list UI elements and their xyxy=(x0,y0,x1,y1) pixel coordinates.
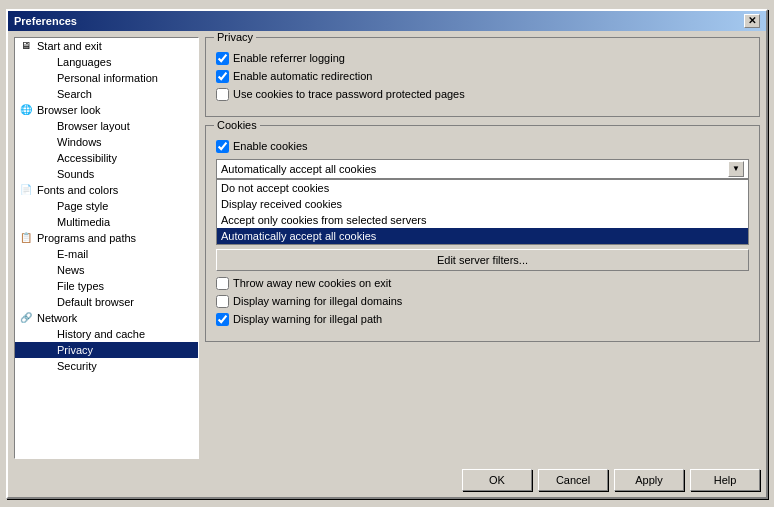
redirect-label: Enable automatic redirection xyxy=(233,70,372,82)
sidebar-item-label: Programs and paths xyxy=(37,232,136,244)
sidebar-item-browser-layout[interactable]: Browser layout xyxy=(15,118,198,134)
window-title: Preferences xyxy=(14,15,77,27)
redirect-checkbox[interactable] xyxy=(216,70,229,83)
warning-path-label: Display warning for illegal path xyxy=(233,313,382,325)
sidebar-item-label: E-mail xyxy=(57,248,88,260)
sidebar-item-label: File types xyxy=(57,280,104,292)
sidebar-item-languages[interactable]: Languages xyxy=(15,54,198,70)
sidebar-item-network[interactable]: 🔗Network xyxy=(15,310,198,326)
throw-away-row: Throw away new cookies on exit xyxy=(216,277,749,290)
sidebar-item-label: Default browser xyxy=(57,296,134,308)
sidebar-item-icon: 🔗 xyxy=(19,312,33,323)
sidebar-item-label: History and cache xyxy=(57,328,145,340)
sidebar-item-label: Privacy xyxy=(57,344,93,356)
sidebar-item-personal-information[interactable]: Personal information xyxy=(15,70,198,86)
use-cookies-row: Use cookies to trace password protected … xyxy=(216,88,749,101)
dropdown-option[interactable]: Accept only cookies from selected server… xyxy=(217,212,748,228)
apply-button[interactable]: Apply xyxy=(614,469,684,491)
sidebar-item-multimedia[interactable]: Multimedia xyxy=(15,214,198,230)
sidebar-item-start-and-exit[interactable]: 🖥Start and exit xyxy=(15,38,198,54)
close-button[interactable]: ✕ xyxy=(744,14,760,28)
sidebar-item-accessibility[interactable]: Accessibility xyxy=(15,150,198,166)
referrer-checkbox[interactable] xyxy=(216,52,229,65)
sidebar-item-label: Security xyxy=(57,360,97,372)
sidebar-item-windows[interactable]: Windows xyxy=(15,134,198,150)
sidebar-item-label: Sounds xyxy=(57,168,94,180)
dropdown-option[interactable]: Automatically accept all cookies xyxy=(217,228,748,244)
sidebar-item-label: Accessibility xyxy=(57,152,117,164)
referrer-label: Enable referrer logging xyxy=(233,52,345,64)
privacy-content: Enable referrer logging Enable automatic… xyxy=(216,52,749,101)
sidebar-item-default-browser[interactable]: Default browser xyxy=(15,294,198,310)
throw-away-checkbox[interactable] xyxy=(216,277,229,290)
help-button[interactable]: Help xyxy=(690,469,760,491)
enable-cookies-row: Enable cookies xyxy=(216,140,749,153)
cancel-button[interactable]: Cancel xyxy=(538,469,608,491)
privacy-group: Privacy Enable referrer logging Enable a… xyxy=(205,37,760,117)
edit-server-button[interactable]: Edit server filters... xyxy=(216,249,749,271)
sidebar-item-label: Page style xyxy=(57,200,108,212)
sidebar-item-label: Personal information xyxy=(57,72,158,84)
sidebar-item-label: Search xyxy=(57,88,92,100)
warning-path-checkbox[interactable] xyxy=(216,313,229,326)
cookies-group: Cookies Enable cookies Automatically acc… xyxy=(205,125,760,342)
cookies-content: Enable cookies Automatically accept all … xyxy=(216,140,749,326)
privacy-group-title: Privacy xyxy=(214,31,256,43)
sidebar-item-fonts-and-colors[interactable]: 📄Fonts and colors xyxy=(15,182,198,198)
use-cookies-label: Use cookies to trace password protected … xyxy=(233,88,465,100)
warning-illegal-checkbox[interactable] xyxy=(216,295,229,308)
sidebar-item-browser-look[interactable]: 🌐Browser look xyxy=(15,102,198,118)
sidebar-item-news[interactable]: News xyxy=(15,262,198,278)
throw-away-label: Throw away new cookies on exit xyxy=(233,277,391,289)
sidebar-item-label: Languages xyxy=(57,56,111,68)
sidebar: 🖥Start and exitLanguagesPersonal informa… xyxy=(14,37,199,459)
preferences-window: Preferences ✕ 🖥Start and exitLanguagesPe… xyxy=(6,9,768,499)
sidebar-item-page-style[interactable]: Page style xyxy=(15,198,198,214)
warning-illegal-row: Display warning for illegal domains xyxy=(216,295,749,308)
sidebar-item-label: Browser layout xyxy=(57,120,130,132)
sidebar-item-search[interactable]: Search xyxy=(15,86,198,102)
title-bar: Preferences ✕ xyxy=(8,11,766,31)
enable-cookies-checkbox[interactable] xyxy=(216,140,229,153)
main-content: 🖥Start and exitLanguagesPersonal informa… xyxy=(8,31,766,465)
sidebar-item-label: Network xyxy=(37,312,77,324)
sidebar-item-label: News xyxy=(57,264,85,276)
cookie-policy-dropdown-container: Automatically accept all cookies ▼ Do no… xyxy=(216,159,749,245)
sidebar-item-label: Start and exit xyxy=(37,40,102,52)
cookie-policy-list: Do not accept cookiesDisplay received co… xyxy=(216,179,749,245)
sidebar-item-icon: 📄 xyxy=(19,184,33,195)
redirect-row: Enable automatic redirection xyxy=(216,70,749,83)
cookie-policy-dropdown[interactable]: Automatically accept all cookies ▼ xyxy=(216,159,749,179)
warning-path-row: Display warning for illegal path xyxy=(216,313,749,326)
sidebar-item-security[interactable]: Security xyxy=(15,358,198,374)
sidebar-item-label: Fonts and colors xyxy=(37,184,118,196)
sidebar-item-icon: 🌐 xyxy=(19,104,33,115)
dropdown-arrow-icon[interactable]: ▼ xyxy=(728,161,744,177)
sidebar-item-privacy[interactable]: Privacy xyxy=(15,342,198,358)
dropdown-option[interactable]: Display received cookies xyxy=(217,196,748,212)
sidebar-item-history-and-cache[interactable]: History and cache xyxy=(15,326,198,342)
use-cookies-checkbox[interactable] xyxy=(216,88,229,101)
sidebar-item-icon: 📋 xyxy=(19,232,33,243)
main-panel: Privacy Enable referrer logging Enable a… xyxy=(205,37,760,459)
ok-button[interactable]: OK xyxy=(462,469,532,491)
sidebar-item-label: Browser look xyxy=(37,104,101,116)
warning-illegal-label: Display warning for illegal domains xyxy=(233,295,402,307)
sidebar-item-e-mail[interactable]: E-mail xyxy=(15,246,198,262)
sidebar-item-sounds[interactable]: Sounds xyxy=(15,166,198,182)
cookies-group-title: Cookies xyxy=(214,119,260,131)
referrer-row: Enable referrer logging xyxy=(216,52,749,65)
dropdown-option[interactable]: Do not accept cookies xyxy=(217,180,748,196)
dropdown-selected-value: Automatically accept all cookies xyxy=(221,163,376,175)
sidebar-item-label: Windows xyxy=(57,136,102,148)
sidebar-item-file-types[interactable]: File types xyxy=(15,278,198,294)
enable-cookies-label: Enable cookies xyxy=(233,140,308,152)
sidebar-item-programs-and-paths[interactable]: 📋Programs and paths xyxy=(15,230,198,246)
sidebar-item-label: Multimedia xyxy=(57,216,110,228)
sidebar-item-icon: 🖥 xyxy=(19,40,33,51)
button-bar: OK Cancel Apply Help xyxy=(8,465,766,497)
